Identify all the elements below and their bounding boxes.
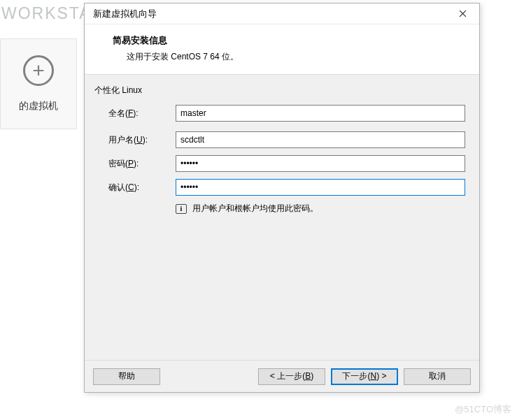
header-title: 简易安装信息 xyxy=(113,34,468,47)
fullname-input[interactable] xyxy=(176,105,465,122)
section-label: 个性化 Linux xyxy=(94,85,465,96)
wizard-header: 简易安装信息 这用于安装 CentOS 7 64 位。 xyxy=(85,24,479,75)
username-row: 用户名(U): xyxy=(108,131,465,148)
fullname-row: 全名(F): xyxy=(108,105,465,122)
confirm-row: 确认(C): xyxy=(108,179,465,196)
new-vm-tile[interactable]: + 的虚拟机 xyxy=(0,38,77,129)
next-button[interactable]: 下一步(N) > xyxy=(331,368,398,385)
info-icon: i xyxy=(176,204,187,214)
wizard-footer: 帮助 < 上一步(B) 下一步(N) > 取消 xyxy=(85,360,479,392)
password-note-row: i 用户帐户和根帐户均使用此密码。 xyxy=(176,203,465,215)
password-note: 用户帐户和根帐户均使用此密码。 xyxy=(192,203,318,215)
dialog-title: 新建虚拟机向导 xyxy=(93,8,448,20)
plus-icon: + xyxy=(23,55,54,86)
back-button[interactable]: < 上一步(B) xyxy=(258,368,325,385)
fullname-label: 全名(F): xyxy=(108,108,176,120)
header-subtitle: 这用于安装 CentOS 7 64 位。 xyxy=(113,51,468,63)
username-label: 用户名(U): xyxy=(108,134,176,146)
wizard-body: 个性化 Linux 全名(F): 用户名(U): 密码(P): 确认(C): i… xyxy=(85,75,479,360)
titlebar: 新建虚拟机向导 xyxy=(85,3,479,24)
watermark: @51CTO博客 xyxy=(455,403,511,416)
tile-label: 的虚拟机 xyxy=(19,100,58,113)
password-input[interactable] xyxy=(176,155,465,172)
confirm-input[interactable] xyxy=(176,179,465,196)
password-label: 密码(P): xyxy=(108,158,176,170)
username-input[interactable] xyxy=(176,131,465,148)
password-row: 密码(P): xyxy=(108,155,465,172)
cancel-button[interactable]: 取消 xyxy=(404,368,471,385)
confirm-label: 确认(C): xyxy=(108,182,176,194)
new-vm-wizard-dialog: 新建虚拟机向导 简易安装信息 这用于安装 CentOS 7 64 位。 个性化 … xyxy=(84,3,480,393)
close-button[interactable] xyxy=(448,4,476,24)
help-button[interactable]: 帮助 xyxy=(93,368,160,385)
close-icon xyxy=(459,10,467,17)
